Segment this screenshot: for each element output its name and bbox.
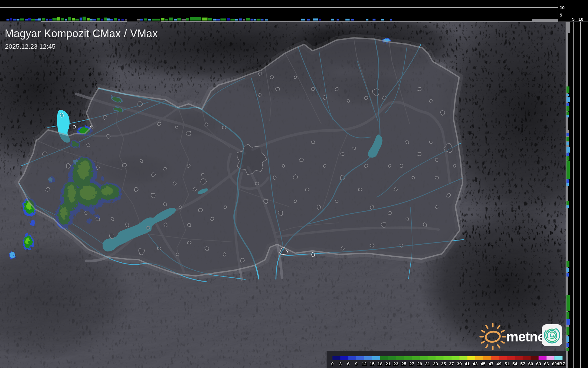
scale-cell: [332, 356, 340, 360]
profile-mark: [57, 17, 60, 21]
profile-mark: [566, 273, 569, 277]
scale-tick-label: 45: [481, 361, 486, 366]
scale-cell: [554, 356, 562, 360]
profile-mark: [230, 19, 235, 21]
profile-mark: [202, 18, 207, 21]
scale-tick-label: 66: [544, 361, 549, 366]
profile-mark: [101, 19, 103, 21]
profile-mark: [566, 179, 569, 183]
profile-mark: [566, 183, 569, 186]
scale-cell: [420, 356, 428, 360]
profile-mark: [220, 19, 226, 21]
scale-cell: [436, 356, 444, 360]
profile-mark: [566, 86, 569, 93]
profile-mark: [246, 18, 250, 21]
profile-mark: [566, 261, 569, 267]
scale-cell: [452, 356, 459, 360]
profile-mark: [319, 19, 321, 21]
profile-mark: [337, 19, 339, 21]
profile-mark: [566, 106, 569, 111]
profile-mark: [566, 327, 569, 335]
scale-cell: [467, 356, 475, 360]
profile-mark: [35, 19, 38, 21]
profile-mark: [566, 97, 570, 102]
echo-blob: [24, 236, 29, 243]
profile-mark: [68, 17, 71, 21]
scale-tick-label: 43: [473, 361, 478, 366]
color-scale-labels: 0369121518212325272931333537394143454749…: [331, 361, 557, 366]
echo-blob: [29, 219, 35, 225]
scale-cell: [475, 356, 483, 360]
scale-cell: [459, 356, 467, 360]
profile-mark: [75, 19, 79, 21]
profile-mark: [566, 153, 569, 156]
profile-mark: [38, 19, 41, 21]
profile-mark: [90, 19, 93, 21]
top-axis-label-5: 5: [560, 12, 562, 17]
profile-mark: [566, 94, 569, 96]
scale-cell: [412, 356, 420, 360]
profile-mark: [307, 19, 310, 21]
profile-mark: [93, 19, 96, 21]
profile-mark: [148, 19, 151, 21]
scale-tick-label: 12: [362, 361, 367, 366]
profile-mark: [566, 147, 570, 153]
profile-mark: [28, 18, 31, 21]
profile-mark: [177, 18, 181, 21]
profile-mark: [174, 19, 177, 21]
profile-mark: [301, 19, 305, 21]
scale-tick-label: 37: [449, 361, 454, 366]
profile-mark: [265, 19, 268, 21]
scale-cell: [546, 356, 554, 360]
profile-mark: [72, 18, 75, 21]
profile-mark: [114, 18, 117, 21]
profile-mark: [97, 18, 100, 21]
profile-mark: [169, 18, 173, 21]
timestamp: 2025.12.23 12:45: [5, 43, 55, 50]
profile-mark: [20, 19, 24, 21]
scale-cell: [396, 356, 404, 360]
profile-mark: [65, 19, 67, 21]
scale-cell: [380, 356, 388, 360]
profile-mark: [137, 19, 140, 21]
scale-tick-label: 23: [393, 361, 398, 366]
scale-tick-label: 47: [489, 361, 494, 366]
profile-mark: [46, 19, 48, 21]
scale-cell: [515, 356, 523, 360]
profile-mark: [351, 19, 354, 21]
profile-mark: [566, 133, 569, 136]
scale-tick-label: 3: [339, 361, 342, 366]
scale-tick-label: 41: [465, 361, 470, 366]
profile-mark: [239, 19, 242, 21]
profile-mark: [25, 19, 28, 21]
right-axis-label-10: 10: [579, 17, 584, 22]
profile-mark: [61, 18, 64, 21]
profile-mark: [13, 19, 17, 21]
profile-mark: [104, 18, 107, 21]
scale-tick-label: 27: [409, 361, 414, 366]
scale-tick-label: 69: [552, 361, 557, 366]
scale-tick-label: 39: [457, 361, 462, 366]
scale-tick-label: 51: [504, 361, 509, 366]
scale-tick-label: 21: [386, 361, 391, 366]
scale-cell: [538, 356, 546, 360]
metnet-app-icon: [541, 324, 562, 346]
profile-mark: [216, 19, 220, 21]
scale-cell: [340, 356, 348, 360]
scale-tick-label: 18: [378, 361, 383, 366]
scale-cell: [531, 356, 539, 360]
profile-mark: [161, 18, 164, 21]
scale-cell: [388, 356, 396, 360]
profile-mark: [118, 19, 120, 21]
scale-cell: [372, 356, 380, 360]
scale-cell: [444, 356, 452, 360]
scale-cell: [499, 356, 507, 360]
profile-mark: [49, 19, 52, 21]
profile-mark: [52, 18, 57, 21]
scale-cell: [428, 356, 436, 360]
profile-mark: [144, 19, 147, 21]
profile-mark: [373, 19, 375, 21]
color-scale: 0369121518212325272931333537394143454749…: [327, 351, 566, 368]
right-axis-label-5: 5: [572, 17, 574, 22]
scale-tick-label: 31: [425, 361, 430, 366]
